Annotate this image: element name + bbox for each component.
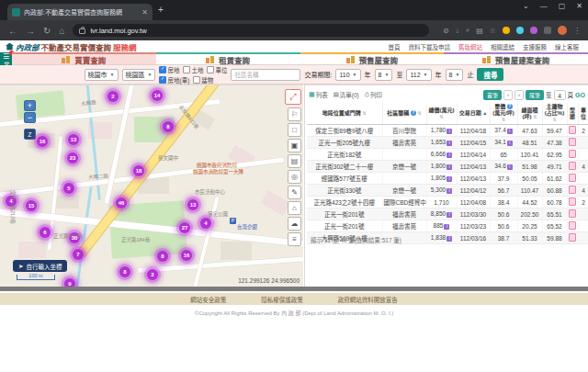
map-marker[interactable]: 8: [153, 246, 173, 266]
map-marker[interactable]: 7: [68, 244, 88, 265]
map-fullscreen-button[interactable]: ⤢: [285, 89, 301, 105]
landmark-tool-button[interactable]: ≡: [288, 232, 301, 246]
extension-icon-1[interactable]: ⊘: [443, 27, 449, 35]
close-icon[interactable]: ✕: [576, 2, 582, 10]
home-icon[interactable]: ⌂: [59, 26, 64, 36]
tab-1[interactable]: 買賣查詢: [12, 52, 156, 64]
info-icon[interactable]: i: [447, 176, 452, 182]
sort-icon[interactable]: ▲: [482, 110, 487, 116]
map-marker[interactable]: 8: [158, 117, 178, 137]
footer-link-3[interactable]: 政府網站資料開放宣告: [338, 295, 398, 304]
map-marker[interactable]: 16: [32, 131, 52, 152]
sidepanel-icon[interactable]: ▤: [476, 27, 483, 35]
column-header[interactable]: 社區簡稱 ? ⇅: [382, 103, 426, 125]
map-marker[interactable]: 13: [63, 130, 84, 150]
sort-icon[interactable]: ⇅: [502, 117, 505, 122]
sort-icon[interactable]: ⇅: [533, 114, 537, 119]
maximize-icon[interactable]: ▢: [559, 2, 566, 10]
column-header[interactable]: 地段位置或門牌 ⇅: [307, 103, 382, 125]
profile-avatar[interactable]: [558, 26, 567, 35]
map-zoom-out-button[interactable]: −: [24, 112, 36, 123]
year-to-select[interactable]: 112▼: [406, 69, 431, 81]
tab-3[interactable]: 預售屋查詢: [300, 52, 445, 64]
map-marker[interactable]: 8: [115, 262, 135, 282]
layers-tool-button[interactable]: ▤: [288, 154, 301, 168]
nav-item-6[interactable]: 線上客服: [555, 42, 579, 51]
tab-4[interactable]: 預售屋建案查詢: [444, 52, 588, 64]
info-icon[interactable]: i: [447, 212, 452, 218]
nav-item-4[interactable]: 相關連結: [491, 42, 514, 51]
building-type-icon[interactable]: [569, 162, 576, 170]
nav-item-1[interactable]: 首頁: [389, 42, 401, 51]
info-icon[interactable]: i: [447, 129, 452, 134]
browser-tab[interactable]: 內政部:不動產交易實價查詢服務網 ✕: [7, 4, 153, 20]
type-checkbox-車位[interactable]: 車位: [207, 65, 227, 74]
map-marker[interactable]: 5: [59, 178, 79, 198]
building-type-icon[interactable]: [569, 197, 576, 206]
info-icon[interactable]: i: [507, 164, 513, 170]
column-header[interactable]: 單價 ?(萬元/坪) ⇅: [490, 103, 517, 125]
map-marker[interactable]: 16: [176, 245, 197, 265]
table-row[interactable]: 正光街182號6,666i112/04/1465120.4162.95: [307, 149, 588, 161]
minimize-icon[interactable]: —: [540, 2, 548, 10]
table-row[interactable]: 正光路423之2號十四樓國際CBD經貿中心1,710112/04/0838.44…: [307, 197, 588, 209]
building-type-icon[interactable]: [569, 138, 576, 146]
building-type-icon[interactable]: [569, 209, 576, 218]
info-icon[interactable]: i: [507, 129, 513, 134]
city-select[interactable]: 桃園市▼: [85, 69, 119, 81]
nav-item-5[interactable]: 支援服務: [523, 42, 547, 51]
enter-coordinates-button[interactable]: ➤ 自行輸入坐標: [13, 260, 67, 272]
district-select[interactable]: 桃園區▼: [122, 69, 156, 81]
parking-poi-icon[interactable]: P: [230, 218, 236, 224]
home-tool-button[interactable]: ⌂: [288, 201, 301, 215]
extension-icon-5[interactable]: [544, 27, 551, 34]
map-marker[interactable]: 18: [129, 161, 149, 181]
info-icon[interactable]: i: [447, 141, 452, 146]
cart-button[interactable]: ▤清單(0): [334, 90, 359, 99]
table-row[interactable]: 正光街330號京懋一號5,300i112/04/1256.7110.4760.8…: [307, 185, 588, 197]
help-icon[interactable]: ?: [411, 110, 416, 116]
address-cell[interactable]: 經國路577號五樓: [307, 173, 382, 185]
map-marker[interactable]: 15: [21, 196, 41, 216]
map-marker[interactable]: 9: [60, 274, 80, 287]
table-row[interactable]: 正光一街205號九樓福壽書苑1,653i112/04/1534.1i48.514…: [307, 137, 588, 149]
map-marker[interactable]: 46: [111, 193, 131, 213]
building-type-icon[interactable]: [569, 233, 576, 242]
zoom-icon[interactable]: ⌕: [466, 26, 469, 35]
draw-tool-button[interactable]: ✎: [288, 186, 301, 199]
info-icon[interactable]: i: [447, 152, 452, 158]
month-from-select[interactable]: 8▼: [375, 69, 393, 81]
community-name-input[interactable]: 社區名稱: [231, 69, 300, 81]
info-icon[interactable]: i: [447, 164, 452, 170]
map-marker[interactable]: 14: [147, 85, 167, 106]
map-marker[interactable]: 3: [142, 265, 163, 285]
map-marker[interactable]: 13: [183, 195, 203, 215]
tab-close-icon[interactable]: ✕: [141, 8, 148, 17]
year-from-select[interactable]: 110▼: [335, 69, 360, 81]
rect-zoom-tool-button[interactable]: □: [288, 123, 301, 137]
address-cell[interactable]: 正光路423之2號十四樓: [307, 197, 382, 209]
rect-select-tool-button[interactable]: ▣: [288, 139, 301, 152]
sort-icon[interactable]: ⇅: [552, 117, 556, 122]
tab-2[interactable]: 租賃查詢: [156, 52, 300, 64]
type-checkbox-房地[interactable]: 房地: [159, 65, 179, 74]
address-cell[interactable]: 正光一街201號: [307, 220, 382, 232]
back-icon[interactable]: ←: [8, 26, 17, 36]
browser-menu-icon[interactable]: ⋮: [573, 27, 581, 35]
site-logo[interactable]: 內政部 不動產交易實價查詢 服務網: [6, 41, 137, 52]
next-page-button[interactable]: ›: [514, 90, 524, 100]
last-page-button[interactable]: 尾筆: [526, 90, 544, 100]
map-marker[interactable]: 2: [103, 86, 123, 107]
nav-item-2[interactable]: 資料下載及申請: [409, 42, 451, 51]
table-row[interactable]: 經國路577號五樓1,805i112/04/1337.950.0561.62: [307, 173, 588, 185]
poi-tool-button[interactable]: ⚐: [288, 107, 301, 121]
info-icon[interactable]: i: [447, 236, 452, 242]
table-row[interactable]: 正光街302號二十一樓京懋一號1,800i112/04/1334.6i51.98…: [307, 161, 588, 173]
extension-icon-2[interactable]: [503, 27, 510, 34]
info-icon[interactable]: i: [444, 224, 449, 230]
lock-icon[interactable]: [79, 28, 85, 34]
url-text[interactable]: lvr.land.moi.gov.tw: [90, 27, 146, 35]
sort-icon[interactable]: ⇅: [439, 114, 443, 119]
building-type-icon[interactable]: [569, 150, 576, 158]
map-marker[interactable]: 27: [175, 218, 195, 238]
